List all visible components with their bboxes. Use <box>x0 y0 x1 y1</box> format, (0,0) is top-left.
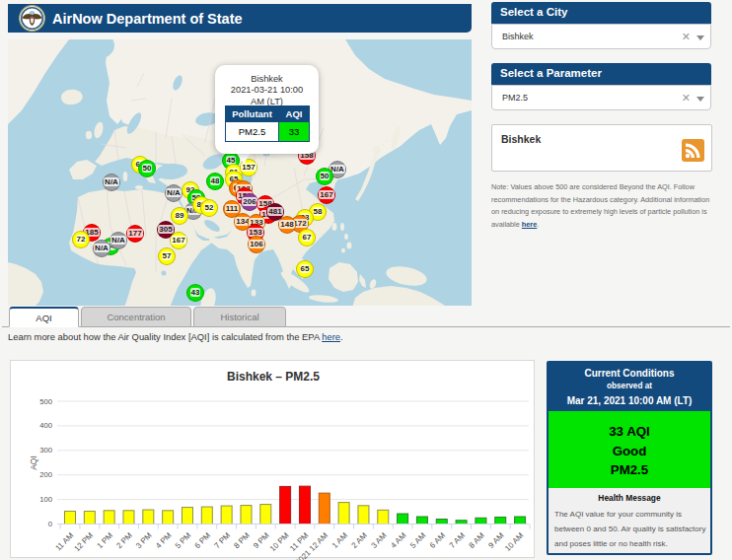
svg-text:10 AM: 10 AM <box>503 530 526 553</box>
svg-text:8 PM: 8 PM <box>232 530 252 550</box>
svg-text:5 PM: 5 PM <box>174 530 193 550</box>
svg-text:2 AM: 2 AM <box>350 530 369 549</box>
svg-text:8 AM: 8 AM <box>468 530 486 549</box>
svg-text:100: 100 <box>39 495 52 504</box>
svg-text:5 AM: 5 AM <box>408 530 427 549</box>
svg-text:7 PM: 7 PM <box>212 530 232 550</box>
svg-text:200: 200 <box>39 470 52 479</box>
svg-text:7 AM: 7 AM <box>448 530 467 549</box>
svg-text:4 AM: 4 AM <box>389 530 407 549</box>
svg-text:0: 0 <box>48 520 52 528</box>
svg-text:1 PM: 1 PM <box>96 530 115 550</box>
svg-text:3 AM: 3 AM <box>369 530 388 549</box>
svg-text:Bishkek – PM2.5: Bishkek – PM2.5 <box>227 370 320 384</box>
svg-text:AQI: AQI <box>29 455 38 470</box>
svg-text:6 AM: 6 AM <box>428 530 447 549</box>
svg-text:12 PM: 12 PM <box>73 530 96 553</box>
svg-text:11 AM: 11 AM <box>53 530 75 552</box>
svg-text:3 PM: 3 PM <box>134 530 154 550</box>
svg-text:10 PM: 10 PM <box>268 530 291 553</box>
svg-text:4 PM: 4 PM <box>154 530 174 550</box>
svg-text:2 PM: 2 PM <box>114 530 134 550</box>
svg-text:400: 400 <box>39 421 52 430</box>
svg-text:500: 500 <box>39 397 52 406</box>
svg-text:300: 300 <box>39 446 52 455</box>
svg-text:1 AM: 1 AM <box>330 530 349 549</box>
svg-text:6 PM: 6 PM <box>193 530 213 550</box>
